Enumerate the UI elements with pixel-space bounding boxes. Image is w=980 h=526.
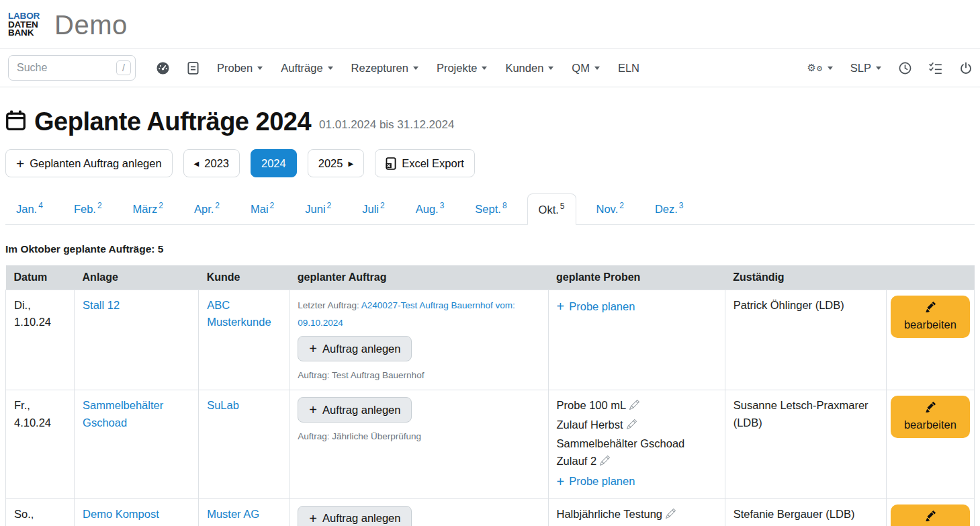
chevron-down-icon: [876, 67, 881, 70]
tab-sept[interactable]: Sept.8: [464, 193, 517, 224]
nav-menu-eln[interactable]: ELN: [618, 62, 639, 75]
pencil-icon: [925, 302, 936, 315]
anlage-link[interactable]: Demo Kompost: [83, 508, 159, 520]
col-kunde: Kunde: [199, 265, 289, 290]
tab-jan[interactable]: Jan.4: [5, 193, 54, 224]
col-zustaendig: Zuständig: [725, 265, 886, 290]
cell-zustaendig: Susanne Letsch-Praxmarer (LDB): [725, 390, 886, 499]
edit-pencil-icon[interactable]: [666, 509, 676, 521]
year-next-button[interactable]: 2025 ▶: [308, 149, 364, 177]
table-row: Di., 1.10.24 Stall 12 ABC Musterkunde Le…: [6, 290, 975, 390]
search-input[interactable]: [17, 62, 97, 74]
plus-icon: +: [309, 403, 317, 417]
slash-shortcut-badge: /: [116, 60, 131, 75]
plan-probe-link[interactable]: + Probe planen: [557, 473, 635, 490]
planned-probe-item: Probe 100 mL: [557, 397, 717, 414]
edit-pencil-icon[interactable]: [627, 419, 637, 431]
plus-icon: +: [309, 512, 317, 525]
user-menu-slp[interactable]: SLP: [850, 62, 881, 75]
logo-line: BANK: [8, 29, 40, 38]
nav-menu-kunden[interactable]: Kunden: [505, 62, 553, 75]
nav-menu-projekte[interactable]: Projekte: [437, 62, 488, 75]
toolbar: + Geplanten Auftrag anlegen ◀ 2023 2024 …: [5, 149, 975, 177]
tab-dez[interactable]: Dez.3: [644, 193, 695, 224]
page-title: Geplante Aufträge 2024: [34, 107, 311, 136]
nav-menu-proben[interactable]: Proben: [217, 62, 263, 75]
month-tabs: Jan.4 Feb.2 März2 Apr.2 Mai2 Juni2 Juli2…: [5, 193, 975, 225]
document-icon[interactable]: [187, 62, 199, 75]
edit-button[interactable]: bearbeiten: [891, 505, 970, 526]
edit-pencil-icon[interactable]: [629, 400, 639, 412]
col-actions: [886, 265, 974, 290]
pencil-icon: [925, 511, 936, 524]
plan-probe-link[interactable]: + Probe planen: [557, 298, 635, 316]
plus-icon: +: [16, 157, 24, 171]
kunde-link[interactable]: Muster AG: [207, 508, 259, 520]
nav-menu-auftraege[interactable]: Aufträge: [281, 62, 332, 75]
chevron-down-icon: [828, 67, 833, 70]
year-active-button[interactable]: 2024: [251, 149, 297, 177]
chevron-down-icon: [594, 67, 600, 70]
chevron-down-icon: [328, 67, 333, 70]
cell-zustaendig: Stefanie Bergauer (LDB): [725, 498, 886, 526]
search-box[interactable]: /: [8, 55, 136, 81]
planned-probe-item: Halbjährliche Testung: [557, 506, 717, 523]
table-header-row: Datum Anlage Kunde geplanter Auftrag gep…: [6, 265, 975, 290]
tab-aug[interactable]: Aug.3: [405, 193, 455, 224]
col-datum: Datum: [6, 265, 75, 290]
tab-juli[interactable]: Juli2: [351, 193, 395, 224]
date-range: 01.01.2024 bis 31.12.2024: [319, 118, 454, 136]
labordatenbank-logo[interactable]: LABOR DATEN BANK: [8, 12, 40, 38]
chevron-down-icon: [482, 67, 487, 70]
order-note: Auftrag: Test Auftrag Bauernhof: [298, 369, 539, 383]
create-order-button[interactable]: + Auftrag anlegen: [298, 397, 412, 423]
main-content: Geplante Aufträge 2024 01.01.2024 bis 31…: [0, 107, 980, 526]
gears-icon: ⚙⚙: [807, 63, 822, 73]
create-order-button[interactable]: + Auftrag anlegen: [298, 506, 412, 526]
anlage-link[interactable]: Sammelbehälter Gschoad: [83, 399, 163, 429]
tab-apr[interactable]: Apr.2: [183, 193, 230, 224]
anlage-link[interactable]: Stall 12: [83, 299, 120, 311]
cell-zustaendig: Patrick Öhlinger (LDB): [725, 290, 886, 390]
year-prev-button[interactable]: ◀ 2023: [183, 149, 240, 177]
settings-menu[interactable]: ⚙⚙: [807, 63, 832, 73]
tab-juni[interactable]: Juni2: [294, 193, 342, 224]
tab-nov[interactable]: Nov.2: [586, 193, 635, 224]
cell-date: Di., 1.10.24: [6, 290, 75, 390]
history-clock-icon[interactable]: [899, 62, 911, 75]
tab-okt-active[interactable]: Okt.5: [527, 193, 576, 225]
col-geplanter-auftrag: geplanter Auftrag: [289, 265, 548, 290]
chevron-right-icon: ▶: [348, 160, 353, 167]
planned-orders-table: Datum Anlage Kunde geplanter Auftrag gep…: [5, 265, 975, 526]
chevron-left-icon: ◀: [194, 160, 199, 167]
planned-probe-item: Zulauf Herbst: [557, 417, 717, 434]
table-row: Fr., 4.10.24 Sammelbehälter Gschoad SuLa…: [6, 390, 975, 499]
cell-date: So., 13.10.24: [6, 498, 75, 526]
col-anlage: Anlage: [75, 265, 199, 290]
app-title: Demo: [54, 10, 128, 40]
nav-menu-rezepturen[interactable]: Rezepturen: [351, 62, 418, 75]
edit-button[interactable]: bearbeiten: [891, 396, 970, 438]
edit-button[interactable]: bearbeiten: [891, 296, 970, 338]
tab-maerz[interactable]: März2: [122, 193, 174, 224]
table-row: So., 13.10.24 Demo Kompost Muster AG + A…: [6, 498, 975, 526]
create-order-button[interactable]: + Auftrag anlegen: [298, 336, 412, 361]
chevron-down-icon: [257, 67, 263, 70]
logout-power-icon[interactable]: [960, 62, 972, 75]
dashboard-icon[interactable]: [157, 62, 169, 75]
kunde-link[interactable]: ABC Musterkunde: [207, 299, 271, 328]
pencil-icon: [925, 402, 936, 415]
cell-date: Fr., 4.10.24: [6, 390, 75, 499]
create-planned-order-button[interactable]: + Geplanten Auftrag anlegen: [5, 149, 173, 177]
month-summary: Im Oktober geplante Aufträge: 5: [5, 243, 975, 255]
tab-feb[interactable]: Feb.2: [63, 193, 113, 224]
edit-pencil-icon[interactable]: [600, 455, 610, 468]
calendar-icon: [5, 110, 26, 134]
nav-menu-qm[interactable]: QM: [572, 62, 600, 75]
plus-icon: +: [557, 300, 565, 313]
tasks-checklist-icon[interactable]: [929, 62, 942, 75]
col-geplante-proben: geplante Proben: [548, 265, 725, 290]
tab-mai[interactable]: Mai2: [240, 193, 285, 224]
excel-export-button[interactable]: Excel Export: [375, 149, 475, 177]
kunde-link[interactable]: SuLab: [207, 399, 239, 411]
